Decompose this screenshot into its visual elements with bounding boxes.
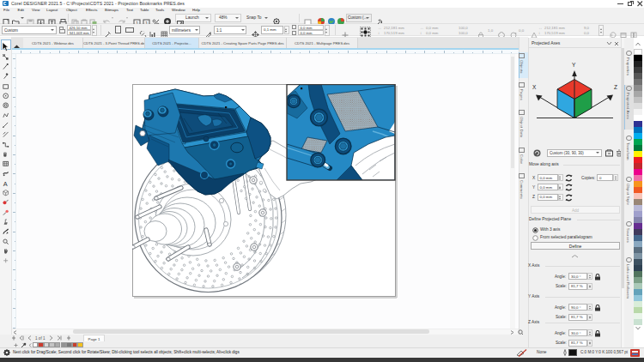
- svg-text:1 of 1: 1 of 1: [35, 336, 46, 341]
- svg-text:Y: Y: [572, 62, 576, 68]
- svg-text:Z: Z: [614, 84, 617, 90]
- svg-text:X: X: [532, 84, 537, 90]
